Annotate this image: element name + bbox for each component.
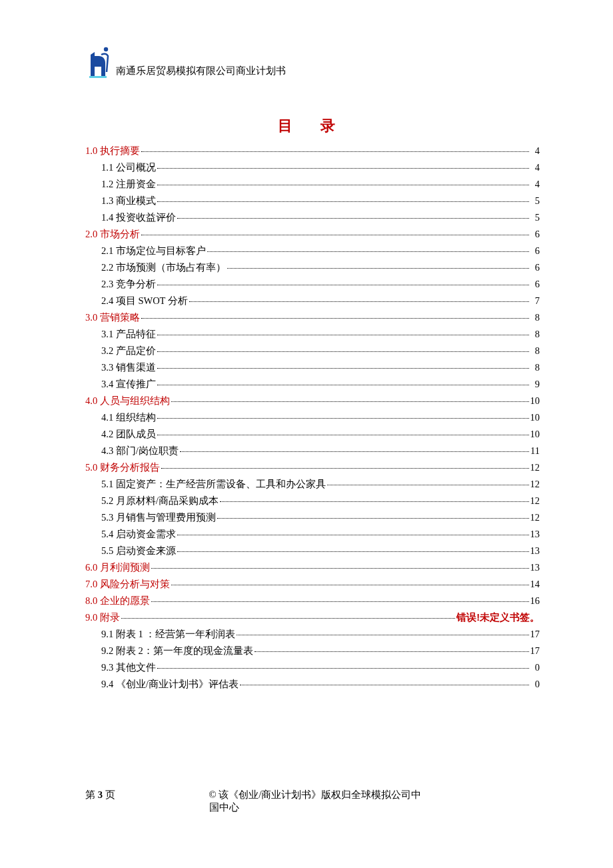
toc-entry-page: 7 <box>530 293 540 309</box>
toc-entry[interactable]: 3.1 产品特征8 <box>85 326 540 343</box>
toc-entry[interactable]: 9.0 附录错误!未定义书签。 <box>85 609 540 626</box>
logo-icon <box>85 47 113 79</box>
toc-entry-page: 6 <box>530 259 540 276</box>
toc-leader <box>141 235 529 235</box>
toc-entry-page: 10 <box>530 409 540 426</box>
toc-entry-label: 9.0 附录 <box>85 609 120 626</box>
toc-leader <box>227 268 529 269</box>
toc-entry-page: 6 <box>530 243 540 259</box>
toc-entry[interactable]: 5.1 固定资产：生产经营所需设备、工具和办公家具12 <box>85 476 540 493</box>
toc-entry-label: 9.1 附表 1 ：经营第一年利润表 <box>101 626 235 643</box>
toc-entry-page: 4 <box>530 176 540 193</box>
toc-entry-label: 9.4 《创业/商业计划书》评估表 <box>101 676 239 693</box>
toc-entry-page: 14 <box>530 576 540 593</box>
toc-entry-label: 1.0 执行摘要 <box>85 143 140 159</box>
toc-entry-label: 2.2 市场预测（市场占有率） <box>101 259 226 276</box>
toc-leader <box>157 385 529 385</box>
toc-leader <box>220 501 529 502</box>
toc-entry[interactable]: 9.2 附表 2：第一年度的现金流量表17 <box>85 643 540 659</box>
toc-leader <box>157 351 529 352</box>
toc-entry-page: 6 <box>530 276 540 293</box>
toc-entry-label: 5.1 固定资产：生产经营所需设备、工具和办公家具 <box>101 476 326 493</box>
toc-entry-page: 8 <box>530 359 540 376</box>
toc-entry-label: 1.3 商业模式 <box>101 193 156 209</box>
toc-entry[interactable]: 7.0 风险分析与对策14 <box>85 576 540 593</box>
toc-leader <box>141 318 529 319</box>
toc-entry-label: 6.0 月利润预测 <box>85 559 150 576</box>
toc-entry[interactable]: 8.0 企业的愿景16 <box>85 593 540 609</box>
toc-entry-label: 5.5 启动资金来源 <box>101 543 176 559</box>
toc-entry-label: 3.0 营销策略 <box>85 309 140 326</box>
toc-entry-label: 3.4 宣传推广 <box>101 376 156 393</box>
toc-entry-label: 4.1 组织结构 <box>101 409 156 426</box>
toc-entry[interactable]: 6.0 月利润预测13 <box>85 559 540 576</box>
toc-leader <box>157 185 529 185</box>
toc-entry-label: 2.4 项目 SWOT 分析 <box>101 293 188 309</box>
toc-leader <box>177 535 529 535</box>
toc-entry[interactable]: 3.0 营销策略8 <box>85 309 540 326</box>
toc-leader <box>157 201 529 202</box>
toc-entry[interactable]: 4.1 组织结构10 <box>85 409 540 426</box>
toc-leader <box>161 468 529 469</box>
toc-leader <box>180 451 529 452</box>
toc-entry-page: 13 <box>530 543 540 559</box>
toc-entry[interactable]: 5.4 启动资金需求13 <box>85 526 540 543</box>
toc-entry[interactable]: 1.1 公司概况4 <box>85 159 540 176</box>
toc-entry[interactable]: 4.3 部门/岗位职责11 <box>85 443 540 459</box>
toc-leader <box>157 435 529 435</box>
toc-leader <box>141 151 529 152</box>
toc-entry[interactable]: 1.0 执行摘要4 <box>85 143 540 159</box>
toc-entry[interactable]: 5.3 月销售与管理费用预测12 <box>85 509 540 526</box>
toc-entry[interactable]: 2.2 市场预测（市场占有率）6 <box>85 259 540 276</box>
toc-entry-page: 10 <box>530 426 540 443</box>
toc-entry-label: 1.2 注册资金 <box>101 176 156 193</box>
toc-entry[interactable]: 3.3 销售渠道8 <box>85 359 540 376</box>
toc-entry[interactable]: 5.5 启动资金来源13 <box>85 543 540 559</box>
toc-entry-page: 17 <box>530 626 540 643</box>
toc-entry[interactable]: 1.4 投资收益评价5 <box>85 209 540 226</box>
toc-entry-page: 13 <box>530 526 540 543</box>
toc-entry-page: 8 <box>530 309 540 326</box>
page-header: 南通乐居贸易模拟有限公司商业计划书 <box>85 47 540 79</box>
toc-entry[interactable]: 4.2 团队成员10 <box>85 426 540 443</box>
toc-entry[interactable]: 1.2 注册资金4 <box>85 176 540 193</box>
toc-entry[interactable]: 9.4 《创业/商业计划书》评估表0 <box>85 676 540 693</box>
page-footer: 第 3 页 © 该《创业/商业计划书》版权归全球模拟公司中国中心 <box>85 789 540 801</box>
toc-entry[interactable]: 2.0 市场分析6 <box>85 226 540 243</box>
toc-entry[interactable]: 9.3 其他文件0 <box>85 659 540 676</box>
toc-entry[interactable]: 9.1 附表 1 ：经营第一年利润表17 <box>85 626 540 643</box>
toc-entry-page: 12 <box>530 509 540 526</box>
toc-entry[interactable]: 2.3 竞争分析6 <box>85 276 540 293</box>
toc-entry-page: 6 <box>530 226 540 243</box>
toc-leader <box>157 368 529 369</box>
toc-entry-label: 2.1 市场定位与目标客户 <box>101 243 206 259</box>
toc-leader <box>237 635 528 635</box>
toc-entry-label: 9.2 附表 2：第一年度的现金流量表 <box>101 643 253 659</box>
toc-entry-page: 错误!未定义书签。 <box>456 609 540 626</box>
toc-entry[interactable]: 2.4 项目 SWOT 分析7 <box>85 293 540 309</box>
toc-entry[interactable]: 3.2 产品定价8 <box>85 343 540 359</box>
toc-leader <box>171 585 529 585</box>
toc-entry-label: 3.1 产品特征 <box>101 326 156 343</box>
toc-entry-page: 0 <box>530 659 540 676</box>
toc-leader <box>207 251 529 252</box>
toc-leader <box>240 685 529 685</box>
toc-leader <box>177 551 529 552</box>
toc-entry[interactable]: 4.0 人员与组织结构10 <box>85 393 540 409</box>
toc-entry-page: 5 <box>530 209 540 226</box>
toc-entry-label: 5.2 月原材料/商品采购成本 <box>101 493 219 509</box>
toc-entry-page: 11 <box>530 443 540 459</box>
toc-entry-label: 5.4 启动资金需求 <box>101 526 176 543</box>
table-of-contents: 1.0 执行摘要41.1 公司概况41.2 注册资金41.3 商业模式51.4 … <box>85 143 540 693</box>
toc-entry[interactable]: 2.1 市场定位与目标客户6 <box>85 243 540 259</box>
copyright: © 该《创业/商业计划书》版权归全球模拟公司中国中心 <box>209 789 430 814</box>
toc-entry[interactable]: 5.0 财务分析报告12 <box>85 459 540 476</box>
toc-entry[interactable]: 5.2 月原材料/商品采购成本12 <box>85 493 540 509</box>
toc-entry-label: 4.2 团队成员 <box>101 426 156 443</box>
toc-entry[interactable]: 3.4 宣传推广9 <box>85 376 540 393</box>
toc-entry-page: 13 <box>530 559 540 576</box>
toc-entry-label: 1.4 投资收益评价 <box>101 209 176 226</box>
toc-entry[interactable]: 1.3 商业模式5 <box>85 193 540 209</box>
header-title: 南通乐居贸易模拟有限公司商业计划书 <box>116 65 286 79</box>
toc-entry-page: 8 <box>530 326 540 343</box>
